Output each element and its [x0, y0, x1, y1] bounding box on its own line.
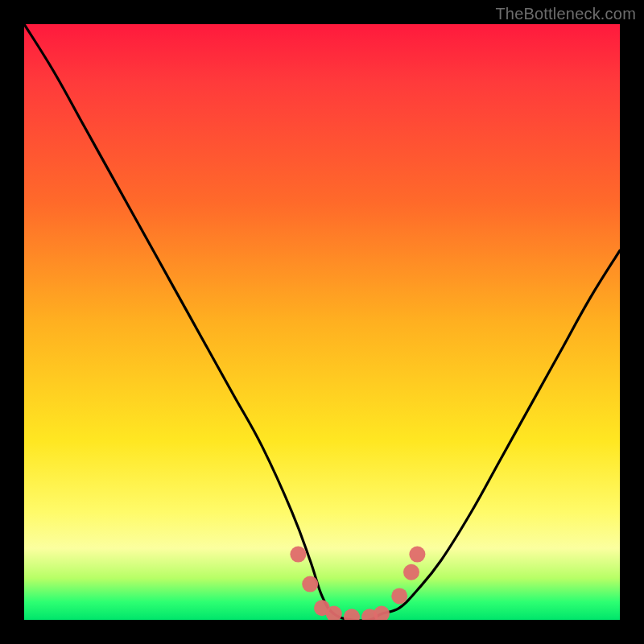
bottleneck-curve [24, 24, 620, 620]
curve-marker [403, 564, 419, 580]
curve-marker [391, 588, 407, 604]
plot-area [24, 24, 620, 620]
chart-svg [24, 24, 620, 620]
curve-marker [344, 609, 360, 620]
marker-group [290, 547, 425, 620]
chart-frame: TheBottleneck.com [0, 0, 644, 644]
curve-group [24, 24, 620, 620]
attribution-text: TheBottleneck.com [495, 5, 636, 23]
curve-marker [290, 547, 306, 563]
curve-marker [374, 606, 390, 620]
curve-marker [302, 576, 318, 592]
curve-marker [409, 547, 425, 563]
